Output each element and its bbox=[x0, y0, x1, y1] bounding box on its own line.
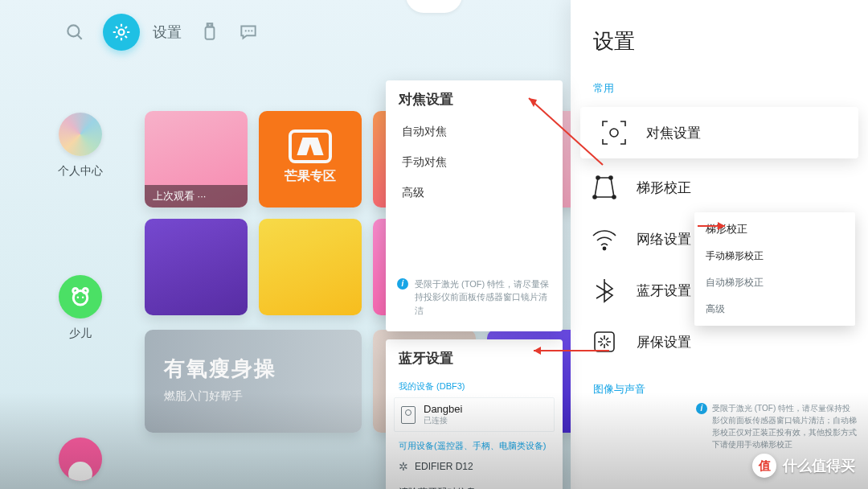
bt-device-row[interactable]: Dangbei 已连接 bbox=[394, 397, 555, 432]
settings-title: 设置 bbox=[571, 27, 868, 64]
keystone-opt-manual[interactable]: 手动梯形校正 bbox=[694, 243, 855, 269]
tile-last-watch[interactable]: 上次观看 ··· bbox=[145, 111, 248, 208]
left-nav: 个人中心 少儿 bbox=[40, 113, 121, 481]
keystone-opt-advanced[interactable]: 高级 bbox=[694, 296, 855, 323]
settings-section-av: 图像与声音 bbox=[571, 368, 868, 405]
svg-point-12 bbox=[83, 289, 88, 294]
svg-point-18 bbox=[612, 195, 616, 199]
svg-line-1 bbox=[77, 35, 81, 39]
settings-item-keystone[interactable]: 梯形校正 bbox=[571, 162, 868, 213]
topbar-label: 设置 bbox=[153, 23, 182, 42]
svg-line-22 bbox=[529, 98, 603, 165]
remote-icon bbox=[401, 406, 416, 424]
nav-profile-label: 个人中心 bbox=[58, 164, 103, 179]
annotation-arrow bbox=[519, 343, 616, 359]
tile-mango[interactable]: 芒果专区 bbox=[259, 111, 362, 208]
watermark: 值 什么值得买 bbox=[752, 454, 855, 478]
chat-icon[interactable] bbox=[238, 22, 259, 43]
keystone-icon bbox=[590, 173, 619, 202]
settings-item-focus[interactable]: 对焦设置 bbox=[580, 107, 858, 158]
tile-card[interactable] bbox=[259, 219, 362, 315]
annotation-arrow bbox=[514, 88, 611, 177]
svg-rect-3 bbox=[206, 27, 215, 39]
nav-kids[interactable]: 少儿 bbox=[59, 275, 102, 341]
watermark-text: 什么值得买 bbox=[783, 456, 855, 475]
bt-available-label: 可用设备(遥控器、手柄、电脑类设备) bbox=[386, 435, 563, 454]
bluetooth-panel: 蓝牙设置 我的设备 (DBF3) Dangbei 已连接 可用设备(遥控器、手柄… bbox=[386, 339, 563, 489]
settings-section-common: 常用 bbox=[571, 64, 868, 104]
svg-point-14 bbox=[82, 296, 84, 298]
svg-point-20 bbox=[603, 247, 605, 249]
svg-point-2 bbox=[119, 30, 125, 35]
focus-panel-note: 受限于激光 (TOF) 特性，请尽量保持投影仪前面板传感器窗口镜片清洁 bbox=[386, 269, 563, 327]
bt-my-devices-label: 我的设备 (DBF3) bbox=[386, 376, 563, 394]
search-icon[interactable] bbox=[64, 22, 85, 43]
svg-point-8 bbox=[248, 30, 249, 31]
svg-point-0 bbox=[68, 25, 79, 36]
keystone-opt-auto[interactable]: 自动梯形校正 bbox=[694, 269, 855, 296]
svg-point-19 bbox=[593, 195, 596, 199]
svg-point-15 bbox=[610, 129, 618, 137]
pink-icon bbox=[59, 438, 102, 481]
usb-icon[interactable] bbox=[199, 22, 220, 43]
tile-fitness[interactable]: 有氧瘦身操 燃脂入门好帮手 bbox=[145, 330, 362, 433]
svg-point-13 bbox=[77, 296, 80, 298]
watermark-badge: 值 bbox=[752, 454, 776, 478]
tile-card[interactable] bbox=[145, 219, 248, 315]
svg-point-7 bbox=[245, 30, 247, 31]
nav-profile[interactable]: 个人中心 bbox=[58, 113, 103, 179]
settings-icon[interactable] bbox=[103, 14, 140, 51]
bt-clear-pairing[interactable]: 清除蓝牙配对信息 bbox=[386, 479, 563, 489]
settings-note: 受限于激光 (TOF) 特性，请尽量保持投影仪前面板传感器窗口镜片清洁；自动梯形… bbox=[696, 402, 857, 450]
nav-kids-label: 少儿 bbox=[69, 327, 92, 341]
bluetooth-icon: ✲ bbox=[399, 460, 408, 473]
kids-icon bbox=[59, 275, 102, 318]
annotation-arrow bbox=[696, 219, 731, 233]
avatar-icon bbox=[59, 113, 102, 156]
wifi-icon bbox=[590, 224, 619, 253]
bluetooth-icon bbox=[590, 276, 619, 305]
focus-option-advanced[interactable]: 高级 bbox=[386, 178, 563, 208]
nav-pink[interactable] bbox=[59, 438, 102, 481]
info-icon bbox=[696, 403, 707, 414]
mango-logo-icon bbox=[289, 129, 332, 163]
bt-available-device[interactable]: ✲EDIFIER D12 bbox=[386, 454, 563, 479]
svg-point-11 bbox=[73, 289, 78, 294]
info-icon bbox=[397, 278, 408, 290]
svg-point-9 bbox=[251, 30, 252, 31]
